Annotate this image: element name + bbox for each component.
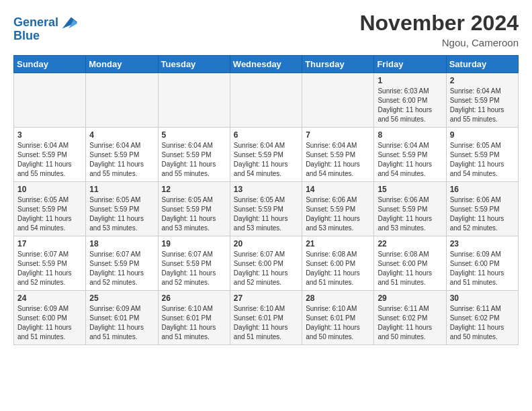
day-number: 16 xyxy=(450,185,515,194)
calendar-cell: 11Sunrise: 6:05 AM Sunset: 5:59 PM Dayli… xyxy=(86,182,158,236)
day-number: 13 xyxy=(234,185,298,194)
title-block: November 2024 Ngou, Cameroon xyxy=(359,11,519,48)
calendar-cell: 25Sunrise: 6:09 AM Sunset: 6:01 PM Dayli… xyxy=(86,291,158,345)
calendar-cell: 10Sunrise: 6:05 AM Sunset: 5:59 PM Dayli… xyxy=(14,182,86,236)
day-info: Sunrise: 6:04 AM Sunset: 5:59 PM Dayligh… xyxy=(89,141,154,179)
week-row-1: 1Sunrise: 6:03 AM Sunset: 6:00 PM Daylig… xyxy=(14,73,519,128)
day-number: 7 xyxy=(306,130,370,140)
day-info: Sunrise: 6:10 AM Sunset: 6:01 PM Dayligh… xyxy=(162,304,226,342)
day-info: Sunrise: 6:07 AM Sunset: 5:59 PM Dayligh… xyxy=(17,250,82,287)
day-info: Sunrise: 6:04 AM Sunset: 5:59 PM Dayligh… xyxy=(234,141,298,179)
day-number: 17 xyxy=(17,239,82,248)
day-number: 25 xyxy=(89,293,154,303)
day-number: 28 xyxy=(306,293,370,303)
week-row-3: 10Sunrise: 6:05 AM Sunset: 5:59 PM Dayli… xyxy=(14,182,519,236)
day-number: 5 xyxy=(162,130,226,140)
day-number: 12 xyxy=(162,185,226,194)
day-info: Sunrise: 6:10 AM Sunset: 6:01 PM Dayligh… xyxy=(234,304,298,342)
week-row-5: 24Sunrise: 6:09 AM Sunset: 6:00 PM Dayli… xyxy=(14,291,519,345)
calendar-cell: 9Sunrise: 6:05 AM Sunset: 5:59 PM Daylig… xyxy=(446,128,518,182)
day-info: Sunrise: 6:06 AM Sunset: 5:59 PM Dayligh… xyxy=(378,195,442,233)
weekday-header-sunday: Sunday xyxy=(14,56,86,73)
day-info: Sunrise: 6:04 AM Sunset: 5:59 PM Dayligh… xyxy=(162,141,226,179)
calendar-cell xyxy=(302,73,374,128)
calendar-cell: 12Sunrise: 6:05 AM Sunset: 5:59 PM Dayli… xyxy=(158,182,230,236)
day-number: 11 xyxy=(89,185,154,194)
day-number: 27 xyxy=(234,293,298,303)
calendar-cell: 17Sunrise: 6:07 AM Sunset: 5:59 PM Dayli… xyxy=(14,236,86,291)
calendar-cell: 14Sunrise: 6:06 AM Sunset: 5:59 PM Dayli… xyxy=(302,182,374,236)
weekday-header-monday: Monday xyxy=(86,56,158,73)
day-info: Sunrise: 6:04 AM Sunset: 5:59 PM Dayligh… xyxy=(378,141,442,179)
month-title: November 2024 xyxy=(359,11,519,36)
logo-icon xyxy=(60,13,79,32)
calendar-page: General Blue November 2024 Ngou, Cameroo… xyxy=(0,0,532,359)
day-info: Sunrise: 6:04 AM Sunset: 5:59 PM Dayligh… xyxy=(450,87,515,124)
day-number: 24 xyxy=(17,293,82,303)
calendar-cell: 24Sunrise: 6:09 AM Sunset: 6:00 PM Dayli… xyxy=(14,291,86,345)
day-info: Sunrise: 6:04 AM Sunset: 5:59 PM Dayligh… xyxy=(306,141,370,179)
week-row-4: 17Sunrise: 6:07 AM Sunset: 5:59 PM Dayli… xyxy=(14,236,519,291)
day-info: Sunrise: 6:07 AM Sunset: 5:59 PM Dayligh… xyxy=(162,250,226,287)
calendar-cell: 3Sunrise: 6:04 AM Sunset: 5:59 PM Daylig… xyxy=(14,128,86,182)
calendar-cell: 19Sunrise: 6:07 AM Sunset: 5:59 PM Dayli… xyxy=(158,236,230,291)
day-info: Sunrise: 6:05 AM Sunset: 5:59 PM Dayligh… xyxy=(89,195,154,233)
logo-text: General xyxy=(13,16,58,30)
calendar-cell: 23Sunrise: 6:09 AM Sunset: 6:00 PM Dayli… xyxy=(446,236,518,291)
weekday-header-row: SundayMondayTuesdayWednesdayThursdayFrid… xyxy=(14,56,519,73)
day-info: Sunrise: 6:04 AM Sunset: 5:59 PM Dayligh… xyxy=(17,141,82,179)
day-info: Sunrise: 6:05 AM Sunset: 5:59 PM Dayligh… xyxy=(17,195,82,233)
day-info: Sunrise: 6:09 AM Sunset: 6:01 PM Dayligh… xyxy=(89,304,154,342)
weekday-header-saturday: Saturday xyxy=(446,56,518,73)
day-number: 3 xyxy=(17,130,82,140)
day-info: Sunrise: 6:11 AM Sunset: 6:02 PM Dayligh… xyxy=(450,304,515,342)
day-info: Sunrise: 6:09 AM Sunset: 6:00 PM Dayligh… xyxy=(17,304,82,342)
day-info: Sunrise: 6:08 AM Sunset: 6:00 PM Dayligh… xyxy=(378,250,442,287)
calendar-cell: 20Sunrise: 6:07 AM Sunset: 6:00 PM Dayli… xyxy=(230,236,302,291)
calendar-cell: 22Sunrise: 6:08 AM Sunset: 6:00 PM Dayli… xyxy=(374,236,446,291)
day-number: 14 xyxy=(306,185,370,194)
day-number: 18 xyxy=(89,239,154,248)
weekday-header-friday: Friday xyxy=(374,56,446,73)
weekday-header-thursday: Thursday xyxy=(302,56,374,73)
calendar-cell: 15Sunrise: 6:06 AM Sunset: 5:59 PM Dayli… xyxy=(374,182,446,236)
day-number: 10 xyxy=(17,185,82,194)
day-number: 29 xyxy=(378,293,442,303)
calendar-cell xyxy=(158,73,230,128)
day-number: 8 xyxy=(378,130,442,140)
day-info: Sunrise: 6:05 AM Sunset: 5:59 PM Dayligh… xyxy=(162,195,226,233)
calendar-cell: 8Sunrise: 6:04 AM Sunset: 5:59 PM Daylig… xyxy=(374,128,446,182)
calendar-cell: 30Sunrise: 6:11 AM Sunset: 6:02 PM Dayli… xyxy=(446,291,518,345)
day-number: 20 xyxy=(234,239,298,248)
logo: General Blue xyxy=(13,13,79,43)
day-number: 22 xyxy=(378,239,442,248)
calendar-cell: 4Sunrise: 6:04 AM Sunset: 5:59 PM Daylig… xyxy=(86,128,158,182)
day-info: Sunrise: 6:06 AM Sunset: 5:59 PM Dayligh… xyxy=(306,195,370,233)
day-number: 15 xyxy=(378,185,442,194)
weekday-header-wednesday: Wednesday xyxy=(230,56,302,73)
day-info: Sunrise: 6:03 AM Sunset: 6:00 PM Dayligh… xyxy=(378,87,442,124)
weekday-header-tuesday: Tuesday xyxy=(158,56,230,73)
calendar-cell xyxy=(14,73,86,128)
header: General Blue November 2024 Ngou, Cameroo… xyxy=(13,11,519,48)
day-number: 19 xyxy=(162,239,226,248)
calendar-cell: 18Sunrise: 6:07 AM Sunset: 5:59 PM Dayli… xyxy=(86,236,158,291)
day-number: 4 xyxy=(89,130,154,140)
day-info: Sunrise: 6:10 AM Sunset: 6:01 PM Dayligh… xyxy=(306,304,370,342)
day-info: Sunrise: 6:08 AM Sunset: 6:00 PM Dayligh… xyxy=(306,250,370,287)
location: Ngou, Cameroon xyxy=(359,37,519,48)
calendar-cell xyxy=(230,73,302,128)
calendar-cell: 7Sunrise: 6:04 AM Sunset: 5:59 PM Daylig… xyxy=(302,128,374,182)
calendar-cell: 1Sunrise: 6:03 AM Sunset: 6:00 PM Daylig… xyxy=(374,73,446,128)
day-info: Sunrise: 6:05 AM Sunset: 5:59 PM Dayligh… xyxy=(450,141,515,179)
calendar-cell: 29Sunrise: 6:11 AM Sunset: 6:02 PM Dayli… xyxy=(374,291,446,345)
calendar-cell: 2Sunrise: 6:04 AM Sunset: 5:59 PM Daylig… xyxy=(446,73,518,128)
day-number: 6 xyxy=(234,130,298,140)
week-row-2: 3Sunrise: 6:04 AM Sunset: 5:59 PM Daylig… xyxy=(14,128,519,182)
calendar-table: SundayMondayTuesdayWednesdayThursdayFrid… xyxy=(13,55,519,345)
calendar-cell: 27Sunrise: 6:10 AM Sunset: 6:01 PM Dayli… xyxy=(230,291,302,345)
day-info: Sunrise: 6:07 AM Sunset: 6:00 PM Dayligh… xyxy=(234,250,298,287)
day-info: Sunrise: 6:11 AM Sunset: 6:02 PM Dayligh… xyxy=(378,304,442,342)
calendar-cell: 13Sunrise: 6:05 AM Sunset: 5:59 PM Dayli… xyxy=(230,182,302,236)
calendar-cell: 5Sunrise: 6:04 AM Sunset: 5:59 PM Daylig… xyxy=(158,128,230,182)
